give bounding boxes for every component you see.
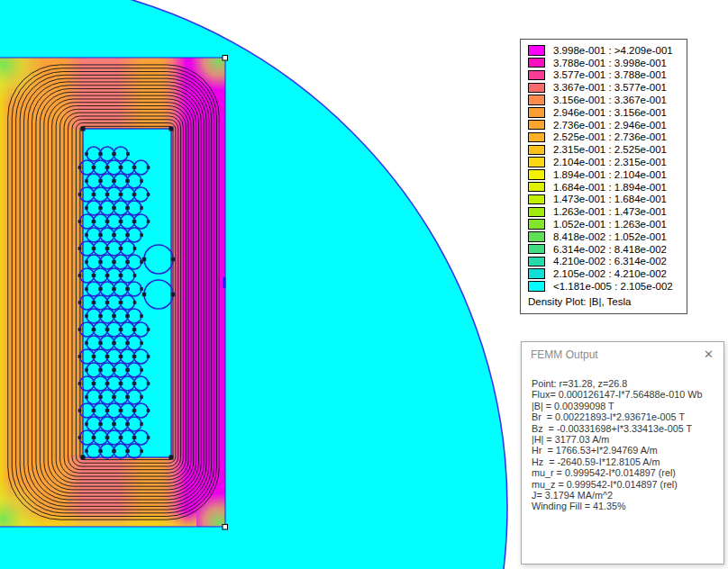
- legend-range-label: 2.736e-001 : 2.946e-001: [553, 120, 667, 131]
- legend-range-label: 3.577e-001 : 3.788e-001: [553, 69, 667, 80]
- window-title: FEMM Output: [531, 348, 702, 361]
- legend-range-label: 8.418e-002 : 1.052e-001: [553, 231, 667, 242]
- femm-output-window: FEMM Output ✕ Point: r=31.28, z=26.8Flux…: [521, 341, 724, 564]
- legend-swatch: [528, 182, 545, 193]
- legend-swatch: [528, 70, 545, 81]
- legend-row: 2.315e-001 : 2.525e-001: [528, 143, 687, 156]
- femm-output-line: |H| = 3177.03 A/m: [532, 434, 723, 445]
- legend-range-label: 1.263e-001 : 1.473e-001: [553, 206, 667, 217]
- legend-range-label: 2.946e-001 : 3.156e-001: [553, 107, 667, 118]
- legend-swatch: [528, 207, 545, 218]
- legend-row: 3.156e-001 : 3.367e-001: [528, 94, 687, 106]
- legend-swatch: [528, 145, 545, 156]
- legend-swatch: [528, 157, 545, 167]
- legend-swatch: [528, 95, 545, 105]
- legend-footer: Density Plot: |B|, Tesla: [528, 296, 687, 307]
- legend-row: 3.577e-001 : 3.788e-001: [528, 69, 687, 82]
- legend-swatch: [528, 268, 545, 279]
- density-legend: 3.998e-001 : >4.209e-0013.788e-001 : 3.9…: [520, 39, 687, 314]
- legend-swatch: [528, 58, 545, 68]
- legend-swatch: [528, 83, 545, 94]
- legend-rows: 3.998e-001 : >4.209e-0013.788e-001 : 3.9…: [528, 44, 687, 293]
- legend-row: 2.736e-001 : 2.946e-001: [528, 119, 687, 131]
- legend-range-label: 2.525e-001 : 2.736e-001: [553, 131, 667, 142]
- legend-swatch: [528, 107, 545, 118]
- legend-swatch: [528, 257, 545, 267]
- legend-range-label: 2.105e-002 : 4.210e-002: [553, 268, 667, 279]
- legend-range-label: 1.052e-001 : 1.263e-001: [553, 219, 667, 230]
- legend-row: 4.210e-002 : 6.314e-002: [528, 256, 687, 268]
- femm-output-line: Bz = -0.00331698+I*3.33413e-005 T: [532, 423, 723, 434]
- femm-output-line: |B| = 0.00399098 T: [532, 401, 723, 411]
- femm-output-body: Point: r=31.28, z=26.8Flux= 0.000126147-…: [522, 366, 723, 512]
- femm-output-line: Flux= 0.000126147-I*7.56488e-010 Wb: [532, 389, 723, 400]
- legend-row: 1.473e-001 : 1.684e-001: [528, 194, 687, 206]
- legend-range-label: 4.210e-002 : 6.314e-002: [553, 256, 667, 266]
- femm-output-line: Winding Fill = 41.35%: [532, 501, 723, 511]
- femm-output-line: Hz = -2640.59-I*12.8105 A/m: [532, 456, 723, 467]
- legend-swatch: [528, 132, 545, 143]
- legend-range-label: 1.473e-001 : 1.684e-001: [553, 194, 667, 204]
- legend-swatch: [528, 219, 545, 230]
- legend-range-label: 3.367e-001 : 3.577e-001: [553, 82, 667, 93]
- legend-row: 8.418e-002 : 1.052e-001: [528, 230, 687, 243]
- legend-row: 1.894e-001 : 2.104e-001: [528, 168, 687, 181]
- legend-range-label: 6.314e-002 : 8.418e-002: [553, 244, 667, 255]
- legend-range-label: 1.894e-001 : 2.104e-001: [553, 169, 667, 180]
- legend-row: 2.105e-002 : 4.210e-002: [528, 267, 687, 280]
- legend-swatch: [528, 231, 545, 242]
- legend-swatch: [528, 169, 545, 180]
- femm-output-line: Hr = 1766.53+I*2.94769 A/m: [532, 445, 723, 456]
- legend-row: 3.788e-001 : 3.998e-001: [528, 57, 687, 69]
- femm-output-line: Point: r=31.28, z=26.8: [532, 378, 723, 389]
- legend-row: 6.314e-002 : 8.418e-002: [528, 243, 687, 256]
- legend-row: 3.998e-001 : >4.209e-001: [528, 44, 687, 57]
- legend-row: 2.104e-001 : 2.315e-001: [528, 156, 687, 168]
- legend-row: 1.684e-001 : 1.894e-001: [528, 181, 687, 194]
- legend-swatch: [528, 45, 545, 56]
- close-icon[interactable]: ✕: [702, 348, 715, 360]
- legend-swatch: [528, 120, 545, 131]
- legend-range-label: <1.181e-005 : 2.105e-002: [553, 281, 673, 292]
- femm-output-line: Br = 0.00221893-I*2.93671e-005 T: [532, 411, 723, 422]
- legend-range-label: 3.788e-001 : 3.998e-001: [553, 58, 667, 68]
- femm-output-line: mu_z = 0.999542-I*0.014897 (rel): [532, 479, 723, 490]
- legend-swatch: [528, 281, 545, 292]
- femm-output-line: mu_r = 0.999542-I*0.014897 (rel): [532, 467, 723, 478]
- legend-row: <1.181e-005 : 2.105e-002: [528, 280, 687, 293]
- legend-row: 2.946e-001 : 3.156e-001: [528, 106, 687, 119]
- legend-range-label: 3.156e-001 : 3.367e-001: [553, 95, 667, 105]
- legend-swatch: [528, 194, 545, 205]
- femm-output-line: J= 3.1794 MA/m^2: [532, 490, 723, 501]
- legend-row: 1.052e-001 : 1.263e-001: [528, 218, 687, 230]
- legend-range-label: 2.104e-001 : 2.315e-001: [553, 157, 667, 167]
- legend-swatch: [528, 244, 545, 255]
- legend-row: 3.367e-001 : 3.577e-001: [528, 81, 687, 94]
- femm-output-titlebar[interactable]: FEMM Output ✕: [522, 342, 723, 366]
- legend-row: 1.263e-001 : 1.473e-001: [528, 205, 687, 218]
- legend-range-label: 1.684e-001 : 1.894e-001: [553, 182, 667, 193]
- legend-row: 2.525e-001 : 2.736e-001: [528, 131, 687, 144]
- legend-range-label: 2.315e-001 : 2.525e-001: [553, 144, 667, 155]
- legend-range-label: 3.998e-001 : >4.209e-001: [553, 45, 673, 56]
